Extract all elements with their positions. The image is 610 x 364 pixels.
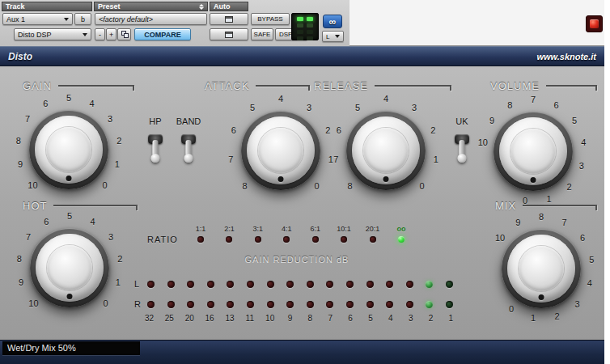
gain-reduction-led bbox=[446, 281, 453, 288]
ratio-option-label: 2:1 bbox=[224, 225, 235, 233]
channel-label: L bbox=[326, 33, 329, 40]
knob-scale-number: 6 bbox=[227, 125, 240, 137]
track-selector[interactable]: Aux 1 bbox=[2, 13, 73, 25]
auto-safe-button[interactable] bbox=[210, 28, 248, 40]
uk-toggle[interactable]: UK bbox=[447, 116, 477, 167]
ratio-option: 2:1 bbox=[218, 225, 240, 243]
gain-reduction-led bbox=[326, 281, 333, 288]
knob-scale-number: 6 bbox=[40, 217, 53, 228]
preset-next-button[interactable]: + bbox=[106, 28, 116, 40]
gr-left-leds bbox=[147, 281, 460, 288]
volume-knob-area: 109876543210 bbox=[472, 91, 594, 212]
compare-button[interactable]: COMPARE bbox=[134, 28, 191, 40]
gain-reduction-led bbox=[227, 301, 234, 308]
hp-toggle[interactable]: HP bbox=[142, 116, 168, 167]
gr-scale-number: 8 bbox=[303, 314, 317, 323]
knob-indicator bbox=[539, 294, 544, 300]
preset-prev-button[interactable]: - bbox=[95, 28, 105, 40]
gain-reduction-led bbox=[227, 281, 234, 288]
ratio-led bbox=[283, 236, 290, 243]
knob-scale-number: 6 bbox=[550, 100, 563, 112]
ratio-led bbox=[341, 236, 347, 243]
knob-scale-number: 0 bbox=[416, 181, 429, 193]
gain-reduction-led bbox=[346, 301, 354, 308]
knob-scale-number: 10 bbox=[26, 180, 39, 192]
auto-enable-button[interactable] bbox=[210, 13, 248, 25]
ratio-option-label: 10:1 bbox=[337, 225, 351, 233]
link-button[interactable]: ∞ bbox=[323, 15, 342, 28]
gain-reduction-led bbox=[426, 301, 433, 308]
output-meter bbox=[291, 13, 319, 40]
ratio-label: RATIO bbox=[147, 235, 178, 244]
knob-indicator bbox=[278, 176, 284, 182]
gr-row-right: R bbox=[134, 299, 460, 309]
knob-scale-number: 8 bbox=[13, 254, 26, 265]
gr-scale-number: 6 bbox=[344, 314, 358, 323]
knob-scale-number: 2 bbox=[112, 136, 125, 147]
hot-knob[interactable] bbox=[30, 228, 109, 307]
knob-scale-number: 5 bbox=[63, 211, 76, 222]
preset-updown-icon[interactable] bbox=[199, 4, 204, 10]
knob-scale-number: 2 bbox=[550, 311, 563, 323]
minus-label: - bbox=[99, 31, 101, 39]
gain-reduction-led bbox=[167, 301, 175, 308]
gr-scale-number: 3 bbox=[404, 314, 417, 323]
gr-scale: 32252016131110987654321 bbox=[142, 314, 460, 323]
knob-scale-number: 0 bbox=[100, 298, 112, 310]
knob-scale-number: 0 bbox=[311, 181, 324, 193]
insert-name: Disto DSP bbox=[18, 31, 52, 39]
knob-indicator bbox=[67, 294, 73, 299]
website-link[interactable]: www.sknote.it bbox=[536, 52, 596, 61]
hp-toggle-label: HP bbox=[142, 116, 168, 126]
preset-copy-button[interactable] bbox=[117, 28, 131, 40]
ratio-option: 1:1 bbox=[189, 225, 212, 243]
gain-reduction-led bbox=[267, 301, 274, 308]
status-bar: Wet/Dry Mix 50% bbox=[0, 340, 604, 364]
band-toggle[interactable]: BAND bbox=[171, 116, 206, 167]
target-button[interactable] bbox=[586, 15, 603, 32]
gain-reduction-led bbox=[207, 281, 214, 288]
gr-row-left: L bbox=[134, 279, 460, 289]
channel-selector[interactable]: L bbox=[322, 31, 344, 42]
gain-reduction-led bbox=[187, 301, 194, 308]
gain-reduction-section: GAIN REDUCTION dB L R 322520161311109876… bbox=[134, 255, 460, 331]
knob-scale-number: 9 bbox=[485, 116, 498, 127]
knob-scale-number: 10 bbox=[477, 138, 489, 149]
attack-knob[interactable] bbox=[241, 111, 320, 190]
release-knob[interactable] bbox=[346, 111, 426, 190]
gain-reduction-led bbox=[286, 281, 294, 288]
gain-reduction-led bbox=[247, 301, 254, 308]
gain-reduction-led bbox=[286, 301, 294, 308]
mix-knob[interactable] bbox=[502, 229, 581, 308]
copy-icon bbox=[121, 31, 127, 38]
knob-scale-number: 8 bbox=[503, 100, 516, 112]
knob-scale-number: 0 bbox=[99, 180, 112, 192]
bypass-button[interactable]: BYPASS bbox=[251, 13, 290, 25]
knob-scale-number: 4 bbox=[87, 217, 100, 228]
knob-scale-number: 5 bbox=[351, 103, 364, 114]
window-icon bbox=[225, 32, 233, 38]
knob-scale-number: 1 bbox=[527, 313, 540, 324]
volume-knob[interactable] bbox=[494, 112, 573, 191]
insert-selector[interactable]: Disto DSP bbox=[14, 28, 91, 40]
gain-reduction-led bbox=[147, 301, 155, 308]
gain-reduction-led bbox=[366, 301, 374, 308]
knob-scale-number: 4 bbox=[577, 138, 590, 149]
ratio-option-label: 3:1 bbox=[253, 225, 264, 233]
gain-reduction-led bbox=[307, 301, 314, 308]
gr-scale-number: 25 bbox=[163, 314, 176, 323]
safe-button[interactable]: SAFE bbox=[251, 28, 273, 40]
preset-selector[interactable]: <factory default> bbox=[95, 13, 207, 25]
chevron-down-icon bbox=[83, 33, 87, 36]
track-b-button[interactable]: b bbox=[74, 13, 91, 25]
gain-knob-area: 109876543210 bbox=[8, 89, 129, 210]
gain-reduction-led bbox=[167, 281, 175, 288]
knob-scale-number: 4 bbox=[86, 99, 99, 110]
knob-scale-number: 8 bbox=[238, 181, 251, 193]
ratio-led bbox=[370, 236, 376, 243]
gr-scale-number: 7 bbox=[324, 314, 337, 323]
window-icon bbox=[225, 16, 233, 23]
plus-label: + bbox=[109, 31, 113, 39]
gain-knob[interactable] bbox=[29, 110, 108, 189]
track-name: Aux 1 bbox=[6, 15, 25, 23]
